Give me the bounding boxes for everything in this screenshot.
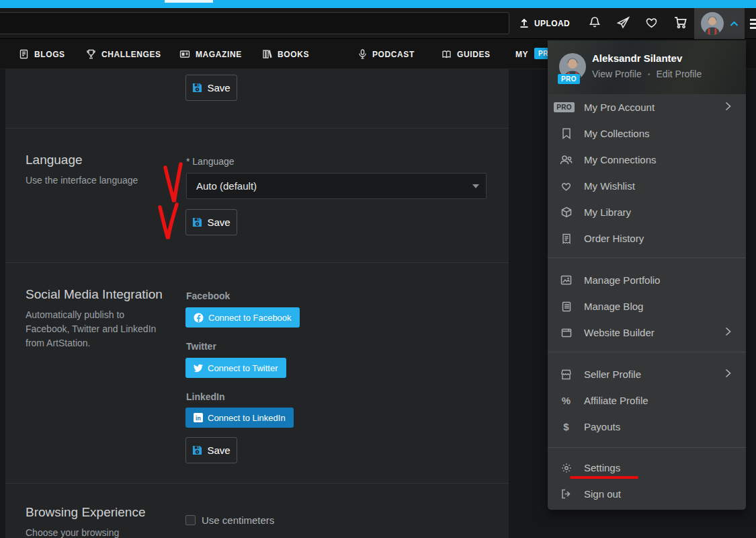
receipt-icon — [560, 233, 573, 244]
heart-icon — [560, 181, 573, 191]
nav-label: MAGAZINE — [196, 50, 242, 59]
nav-item-my[interactable]: MY — [515, 39, 528, 69]
upload-button[interactable]: UPLOAD — [519, 8, 570, 39]
edit-profile-link[interactable]: Edit Profile — [657, 69, 702, 79]
menu-item-label: Manage Blog — [584, 301, 643, 312]
menu-item-settings[interactable]: Settings — [548, 455, 746, 481]
user-name: Aleksandr Silantev — [592, 52, 682, 64]
menu-item-my-pro-account[interactable]: PRO My Pro Account — [548, 94, 746, 120]
nav-item-guides[interactable]: GUIDES — [442, 39, 491, 69]
save-label: Save — [207, 445, 230, 456]
messages-button[interactable] — [615, 8, 631, 39]
user-menu-trigger[interactable] — [694, 8, 745, 39]
facebook-label: Facebook — [186, 291, 230, 301]
menu-divider — [548, 447, 746, 448]
nav-label: PODCAST — [372, 50, 415, 59]
avatar[interactable]: PRO — [559, 53, 586, 80]
dropdown-group-seller: Seller Profile % Affiliate Profile $ Pay… — [548, 361, 746, 440]
use-centimeters-checkbox[interactable] — [185, 515, 196, 525]
chevron-right-icon — [725, 327, 731, 338]
dropdown-group-manage: Manage Portfolio Manage Blog Website Bui… — [548, 267, 746, 346]
menu-item-payouts[interactable]: $ Payouts — [548, 414, 746, 440]
nav-label: CHALLENGES — [101, 50, 161, 59]
books-icon — [262, 49, 272, 59]
menu-item-manage-blog[interactable]: Manage Blog — [548, 293, 746, 319]
guides-icon — [442, 49, 452, 59]
connect-linkedin-button[interactable]: in Connect to LinkedIn — [185, 408, 294, 428]
connect-linkedin-label: Connect to LinkedIn — [208, 413, 286, 423]
blogs-icon — [19, 49, 29, 59]
menu-item-seller-profile[interactable]: Seller Profile — [548, 361, 746, 387]
connect-facebook-button[interactable]: Connect to Facebook — [185, 307, 300, 328]
caret-down-icon — [472, 184, 479, 188]
notifications-button[interactable] — [587, 8, 602, 39]
connect-twitter-button[interactable]: Connect to Twitter — [185, 358, 286, 378]
menu-item-my-library[interactable]: My Library — [548, 199, 746, 225]
browser-icon — [560, 328, 573, 338]
menu-item-sign-out[interactable]: Sign out — [548, 481, 746, 507]
bookmark-icon — [560, 128, 573, 139]
top-header-bar: UPLOAD — [0, 8, 756, 39]
artstation-settings-screen: UPLOAD — [0, 0, 756, 538]
connect-twitter-label: Connect to Twitter — [208, 363, 278, 373]
view-profile-link[interactable]: View Profile — [592, 69, 642, 79]
hamburger-icon — [750, 19, 756, 29]
language-select-value: Auto (default) — [196, 180, 257, 192]
menu-item-affiliate-profile[interactable]: % Affiliate Profile — [548, 387, 746, 414]
menu-item-label: Manage Portfolio — [584, 274, 660, 286]
cart-button[interactable] — [671, 8, 689, 39]
search-input[interactable] — [0, 13, 509, 34]
social-section-description: Automatically publish to Facebook, Twitt… — [26, 308, 163, 350]
use-centimeters-row[interactable]: Use centimeters — [185, 514, 274, 526]
menu-item-manage-portfolio[interactable]: Manage Portfolio — [548, 267, 746, 293]
chevron-up-icon — [730, 17, 739, 30]
chevron-right-icon — [725, 369, 731, 380]
cart-icon — [673, 15, 688, 33]
save-button[interactable]: Save — [185, 75, 237, 101]
menu-item-my-wishlist[interactable]: My Wishlist — [548, 173, 746, 199]
menu-item-order-history[interactable]: Order History — [548, 225, 746, 252]
upload-label: UPLOAD — [534, 19, 570, 28]
floppy-icon — [192, 83, 202, 93]
section-divider — [5, 483, 509, 484]
floppy-icon — [192, 445, 202, 455]
bell-icon — [588, 15, 601, 32]
profile-links: View Profile • Edit Profile — [592, 69, 702, 79]
menu-item-label: My Connections — [584, 154, 657, 165]
percent-icon: % — [560, 395, 573, 406]
language-field-label: * Language — [186, 156, 235, 167]
dropdown-group-session: Settings Sign out — [548, 455, 746, 507]
social-section-title: Social Media Integration — [26, 287, 163, 302]
nav-label: MY — [515, 50, 528, 59]
gear-icon — [560, 463, 573, 473]
nav-item-books[interactable]: BOOKS — [262, 39, 309, 69]
menu-item-my-connections[interactable]: My Connections — [548, 147, 746, 173]
sign-out-icon — [560, 489, 573, 499]
magazine-icon — [179, 49, 190, 59]
nav-item-challenges[interactable]: CHALLENGES — [86, 39, 161, 69]
nav-label: GUIDES — [457, 50, 491, 59]
language-save-button[interactable]: Save — [185, 209, 237, 235]
upload-icon — [519, 17, 530, 30]
menu-item-website-builder[interactable]: Website Builder — [548, 319, 746, 346]
pro-badge-icon: PRO — [554, 102, 575, 112]
language-section-description: Use the interface language — [26, 174, 138, 188]
menu-item-label: Sign out — [584, 488, 621, 500]
dot-separator: • — [648, 70, 650, 78]
search-box[interactable] — [0, 12, 509, 34]
likes-button[interactable] — [643, 8, 659, 39]
social-save-button[interactable]: Save — [185, 437, 237, 463]
nav-item-podcast[interactable]: PODCAST — [358, 39, 415, 69]
nav-item-magazine[interactable]: MAGAZINE — [179, 39, 242, 69]
cube-icon — [560, 206, 573, 218]
nav-item-blogs[interactable]: BLOGS — [19, 39, 65, 69]
settings-content-panel: Save Language Use the interface language… — [5, 69, 509, 538]
language-section-title: Language — [26, 153, 83, 167]
menu-item-label: Seller Profile — [584, 369, 641, 380]
language-select[interactable]: Auto (default) — [186, 173, 487, 199]
dropdown-group-account: PRO My Pro Account My Collections My Con… — [548, 94, 746, 252]
menu-item-label: My Collections — [584, 128, 650, 139]
avatar — [701, 12, 724, 35]
apps-menu-button[interactable] — [748, 8, 756, 39]
menu-item-my-collections[interactable]: My Collections — [548, 120, 746, 147]
